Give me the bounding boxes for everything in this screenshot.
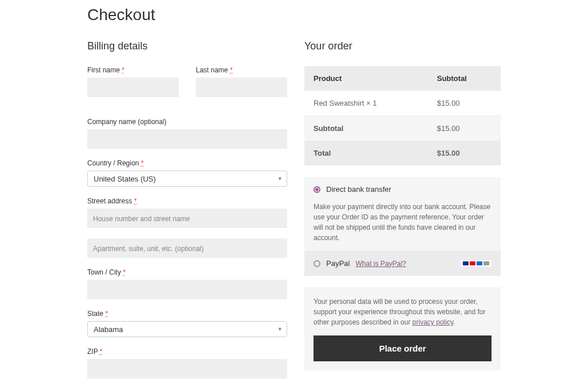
paypal-label: PayPal [326,259,350,268]
zip-input[interactable] [87,359,287,379]
payment-paypal[interactable]: PayPal What is PayPal? [304,251,501,276]
place-order-button[interactable]: Place order [314,335,492,361]
last-name-input[interactable] [196,78,287,97]
street-label: Street address * [87,197,287,205]
col-subtotal: Subtotal [428,66,501,91]
mastercard-icon [470,261,475,265]
state-select[interactable]: Alabama [87,321,287,337]
company-label: Company name (optional) [87,118,287,126]
zip-label: ZIP * [87,348,287,356]
order-item-row: Red Sweatshirt × 1 $15.00 [304,91,501,116]
last-name-label: Last name * [196,66,287,74]
radio-unselected-icon [314,260,320,267]
col-product: Product [304,66,428,91]
order-total-row: Total $15.00 [304,141,501,165]
city-input[interactable] [87,280,287,299]
discover-icon [483,261,489,265]
street-input-1[interactable] [87,209,287,228]
country-select[interactable]: United States (US) [87,171,287,187]
country-label: Country / Region * [87,159,287,167]
privacy-policy-link[interactable]: privacy policy [412,318,453,326]
payment-bank-transfer[interactable]: Direct bank transfer [304,177,501,202]
bank-transfer-label: Direct bank transfer [326,185,391,194]
amex-icon [477,261,482,265]
order-table: Product Subtotal Red Sweatshirt × 1 $15.… [304,66,501,165]
page-title: Checkout [87,6,501,24]
street-input-2[interactable] [87,238,287,258]
privacy-place-order: Your personal data will be used to proce… [304,287,501,371]
order-subtotal-row: Subtotal $15.00 [304,116,501,141]
order-summary: Your order Product Subtotal Red Sweatshi… [304,40,501,382]
order-heading: Your order [304,40,501,52]
billing-heading: Billing details [87,40,287,52]
billing-details: Billing details First name * Last name *… [87,40,287,382]
first-name-input[interactable] [87,78,179,97]
company-input[interactable] [87,129,287,149]
paypal-icon [463,261,469,265]
first-name-label: First name * [87,66,179,74]
privacy-notice: Your personal data will be used to proce… [314,296,492,327]
bank-transfer-description: Make your payment directly into our bank… [304,202,501,251]
state-label: State * [87,310,287,318]
payment-methods: Direct bank transfer Make your payment d… [304,177,501,276]
paypal-whatis-link[interactable]: What is PayPal? [355,260,406,268]
radio-selected-icon [314,186,320,193]
city-label: Town / City * [87,268,287,276]
payment-card-icons [461,260,492,267]
